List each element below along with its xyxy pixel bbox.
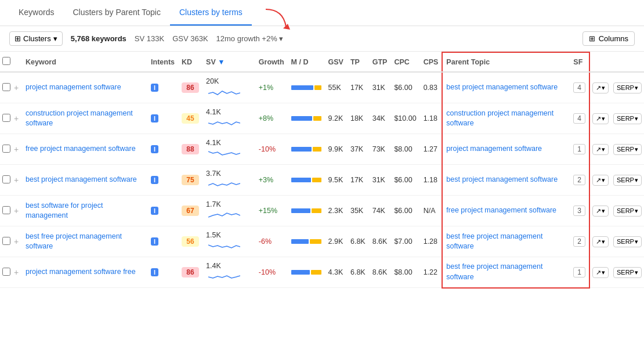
trend-button[interactable]: ↗ ▾ — [592, 82, 609, 93]
parent-topic-link[interactable]: project management software — [446, 145, 542, 153]
gtp-cell: 31K — [369, 72, 391, 103]
parent-topic-link[interactable]: best project management software — [446, 175, 558, 183]
tp-value: 18K — [350, 114, 363, 122]
serp-button[interactable]: SERP ▾ — [613, 144, 642, 155]
md-bars — [291, 85, 321, 90]
parent-topic-link[interactable]: free project management software — [446, 206, 556, 214]
cpc-cell: $7.00 — [390, 226, 419, 257]
parent-topic-link[interactable]: construction project management software — [446, 109, 553, 128]
sv-value: 1.4K — [206, 262, 221, 270]
row-checkbox[interactable] — [2, 114, 10, 122]
cps-cell: 1.18 — [420, 165, 443, 196]
parent-topic-link[interactable]: best project management software — [446, 83, 558, 91]
header-gsv[interactable]: GSV — [325, 52, 347, 72]
keyword-cell: best software for project management — [22, 196, 147, 226]
header-intents[interactable]: Intents — [147, 52, 178, 72]
add-icon[interactable]: + — [14, 145, 19, 154]
intent-badge: I — [151, 207, 158, 215]
add-icon[interactable]: + — [14, 83, 19, 92]
tab-clusters-terms[interactable]: Clusters by terms — [170, 0, 252, 26]
gtp-value: 31K — [372, 176, 385, 184]
growth-value: -10% — [259, 268, 276, 276]
parent-topic-link[interactable]: best free project management software — [446, 262, 542, 281]
tab-keywords[interactable]: Keywords — [9, 0, 63, 26]
trend-button[interactable]: ↗ ▾ — [592, 236, 609, 247]
row-checkbox[interactable] — [2, 237, 10, 245]
serp-cell: SERP ▾ — [611, 257, 644, 288]
add-icon[interactable]: + — [14, 237, 19, 246]
serp-button[interactable]: SERP ▾ — [613, 267, 642, 278]
serp-button[interactable]: SERP ▾ — [613, 113, 642, 124]
intent-badge: I — [151, 145, 158, 153]
bar-yellow — [312, 208, 321, 213]
header-trend — [589, 52, 611, 72]
header-keyword[interactable]: Keyword — [22, 52, 147, 72]
serp-button[interactable]: SERP ▾ — [613, 206, 642, 217]
trend-button[interactable]: ↗ ▾ — [592, 206, 609, 217]
serp-button[interactable]: SERP ▾ — [613, 175, 642, 186]
header-parent-topic[interactable]: Parent Topic — [442, 52, 570, 72]
md-cell — [288, 134, 325, 165]
header-sf[interactable]: SF — [570, 52, 589, 72]
sv-cell: 1.4K — [202, 257, 255, 288]
gtp-cell: 31K — [369, 165, 391, 196]
header-cps[interactable]: CPS — [420, 52, 443, 72]
tp-value: 37K — [350, 145, 363, 153]
header-md[interactable]: M / D — [288, 52, 325, 72]
trend-button[interactable]: ↗ ▾ — [592, 144, 609, 155]
gsv-value: 2.9K — [328, 237, 343, 246]
sf-badge: 1 — [573, 144, 585, 154]
trend-button[interactable]: ↗ ▾ — [592, 267, 609, 278]
columns-button[interactable]: ⊞ Columns — [583, 31, 635, 46]
md-bars — [291, 270, 321, 275]
gsv-value: 9.2K — [328, 114, 343, 122]
parent-topic-link[interactable]: best free project management software — [446, 232, 542, 251]
row-checkbox[interactable] — [2, 175, 10, 183]
tp-cell: 18K — [347, 103, 369, 134]
clusters-button[interactable]: ⊞ Clusters ▾ — [9, 31, 63, 46]
trend-up-icon: ↗ — [596, 238, 601, 246]
serp-caret-icon: ▾ — [635, 146, 638, 153]
select-all-checkbox[interactable] — [2, 57, 10, 65]
tab-clusters-parent[interactable]: Clusters by Parent Topic — [63, 0, 169, 26]
keyword-link[interactable]: project management software — [26, 83, 121, 91]
keyword-link[interactable]: best project management software — [26, 175, 137, 183]
trend-cell: ↗ ▾ — [589, 165, 611, 196]
header-gtp[interactable]: GTP — [369, 52, 391, 72]
header-sv[interactable]: SV ▼ — [202, 52, 255, 72]
sf-cell: 2 — [570, 165, 589, 196]
trend-cell: ↗ ▾ — [589, 196, 611, 226]
keyword-link[interactable]: best free project management software — [26, 232, 122, 251]
row-checkbox[interactable] — [2, 145, 10, 153]
serp-button[interactable]: SERP ▾ — [613, 82, 642, 93]
add-icon[interactable]: + — [14, 175, 19, 185]
add-icon[interactable]: + — [14, 114, 19, 123]
serp-button[interactable]: SERP ▾ — [613, 236, 642, 247]
keyword-link[interactable]: construction project management software — [26, 109, 133, 128]
row-checkbox[interactable] — [2, 83, 10, 91]
keyword-link[interactable]: free project management software — [26, 145, 136, 153]
sf-badge: 3 — [573, 206, 585, 216]
intent-badge: I — [151, 237, 158, 246]
keyword-cell: best free project management software — [22, 226, 147, 257]
growth-dropdown-icon: ▾ — [279, 34, 283, 43]
row-checkbox[interactable] — [2, 206, 10, 214]
header-tp[interactable]: TP — [347, 52, 369, 72]
header-kd[interactable]: KD — [178, 52, 202, 72]
gsv-cell: 2.3K — [325, 196, 347, 226]
header-growth[interactable]: Growth — [255, 52, 288, 72]
header-cpc[interactable]: CPC — [390, 52, 419, 72]
keyword-link[interactable]: project management software free — [26, 268, 136, 276]
row-checkbox-cell — [0, 196, 13, 226]
add-icon[interactable]: + — [14, 206, 19, 215]
trend-button[interactable]: ↗ ▾ — [592, 175, 609, 186]
keyword-link[interactable]: best software for project management — [26, 201, 103, 220]
intent-badge: I — [151, 176, 158, 184]
add-icon[interactable]: + — [14, 268, 19, 277]
row-checkbox[interactable] — [2, 268, 10, 276]
growth-button[interactable]: 12mo growth +2% ▾ — [216, 34, 283, 43]
bar-blue — [291, 239, 309, 244]
trend-button[interactable]: ↗ ▾ — [592, 113, 609, 124]
tp-cell: 35K — [347, 196, 369, 226]
gtp-value: 8.6K — [372, 268, 388, 276]
